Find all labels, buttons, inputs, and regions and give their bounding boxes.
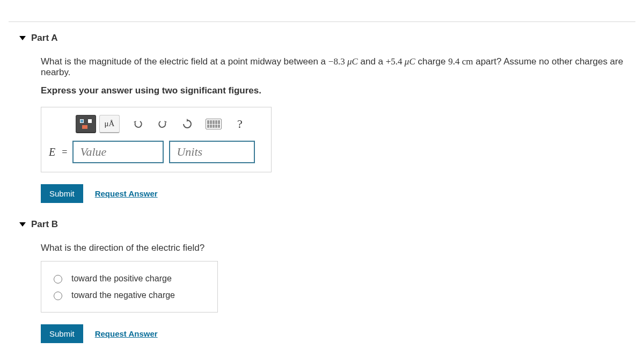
undo-button[interactable] xyxy=(131,118,144,130)
part-b-section: Part B What is the direction of the elec… xyxy=(9,208,635,348)
submit-button[interactable]: Submit xyxy=(41,184,83,203)
redo-button[interactable] xyxy=(156,118,169,130)
part-b-question: What is the direction of the electric fi… xyxy=(41,243,635,253)
caret-down-icon xyxy=(19,36,26,40)
redo-icon xyxy=(157,119,168,129)
option-negative-label: toward the negative charge xyxy=(71,290,175,300)
option-positive-radio[interactable] xyxy=(54,275,62,284)
option-positive-label: toward the positive charge xyxy=(71,274,172,284)
request-answer-link[interactable]: Request Answer xyxy=(95,329,158,338)
part-a-header[interactable]: Part A xyxy=(19,33,635,43)
help-button[interactable]: ? xyxy=(233,118,246,130)
special-chars-button[interactable]: μÅ xyxy=(99,115,120,133)
radio-options-box: toward the positive charge toward the ne… xyxy=(41,261,218,313)
reset-icon xyxy=(182,119,193,129)
answer-toolbar: μÅ xyxy=(76,115,264,133)
keyboard-icon xyxy=(206,119,222,129)
caret-down-icon xyxy=(19,222,26,227)
reset-button[interactable] xyxy=(181,118,194,130)
option-positive[interactable]: toward the positive charge xyxy=(51,270,208,287)
request-answer-link[interactable]: Request Answer xyxy=(95,189,158,198)
option-negative-radio[interactable] xyxy=(54,292,62,300)
part-b-header[interactable]: Part B xyxy=(19,219,635,230)
submit-button[interactable]: Submit xyxy=(41,324,83,343)
part-a-question: What is the magnitude of the electric fi… xyxy=(41,56,635,78)
units-input[interactable] xyxy=(169,141,255,163)
keyboard-button[interactable] xyxy=(206,118,222,130)
answer-box: μÅ xyxy=(41,107,272,172)
option-negative[interactable]: toward the negative charge xyxy=(51,287,208,303)
variable-label: E xyxy=(49,146,55,158)
part-a-section: Part A What is the magnitude of the elec… xyxy=(9,22,635,208)
undo-icon xyxy=(133,119,143,129)
part-a-title: Part A xyxy=(31,33,57,43)
value-input[interactable] xyxy=(72,141,164,163)
templates-button[interactable] xyxy=(76,115,96,133)
part-b-title: Part B xyxy=(31,219,58,230)
special-chars-label: μÅ xyxy=(105,119,115,128)
templates-icon xyxy=(80,119,92,129)
part-a-instruction: Express your answer using two significan… xyxy=(41,85,635,96)
equals-sign: = xyxy=(62,147,67,158)
